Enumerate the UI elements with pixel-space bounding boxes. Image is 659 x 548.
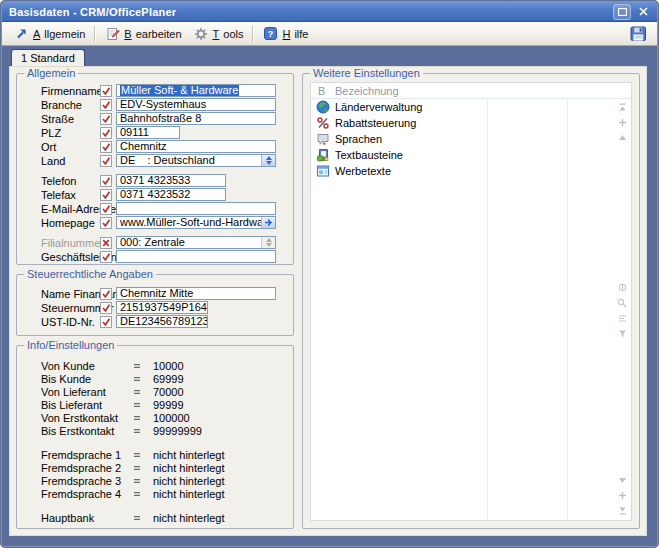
- dropdown-button[interactable]: [261, 155, 275, 166]
- sort-icon[interactable]: [618, 314, 627, 323]
- info-row-hauptbank: Hauptbanknicht hinterlegt: [41, 511, 287, 524]
- check-icon[interactable]: [100, 155, 112, 167]
- info-label: Bis Erstkontakt: [41, 425, 133, 437]
- info-row-fremdsprache-4: Fremdsprache 4nicht hinterlegt: [41, 487, 287, 500]
- scroll-last-icon[interactable]: [618, 506, 627, 515]
- check-icon[interactable]: [100, 203, 112, 215]
- telefax-input[interactable]: 0371 4323532: [116, 188, 226, 201]
- check-icon[interactable]: [100, 251, 112, 263]
- info-label: Fremdsprache 3: [41, 475, 133, 487]
- close-icon[interactable]: [636, 5, 650, 19]
- list-item-sprachen[interactable]: Sprachen: [311, 131, 631, 147]
- field-value: [117, 251, 275, 262]
- name-finanzamt-input[interactable]: Chemnitz Mitte: [116, 287, 276, 300]
- workspace: 1 Standard Allgemein FirmennameMüller So…: [2, 46, 657, 548]
- check-icon[interactable]: [100, 302, 112, 314]
- info-row-von-lieferant: Von Lieferant70000: [41, 385, 287, 398]
- check-icon[interactable]: [100, 141, 112, 153]
- check-icon[interactable]: [100, 127, 112, 139]
- scroll-add-icon[interactable]: [618, 491, 627, 500]
- info-value: 99999999: [153, 425, 202, 437]
- info-row-von-erstkontakt: Von Erstkontakt100000: [41, 411, 287, 424]
- menu-item-tools[interactable]: Tools: [188, 25, 250, 43]
- check-icon[interactable]: [100, 85, 112, 97]
- restore-icon[interactable]: [613, 4, 631, 20]
- window-title: Basisdaten - CRM/OfficePlaner: [9, 6, 608, 18]
- field-label: Branche: [41, 99, 100, 111]
- check-icon[interactable]: [100, 99, 112, 111]
- check-icon[interactable]: [100, 113, 112, 125]
- check-icon[interactable]: [100, 189, 112, 201]
- list-item-label: Textbausteine: [335, 149, 403, 161]
- info-label: Fremdsprache 4: [41, 488, 133, 500]
- filialnummer-select[interactable]: 000: Zentrale: [116, 236, 276, 249]
- menu-item-bearbeiten[interactable]: Bearbeiten: [99, 25, 187, 43]
- plz-input[interactable]: 09111: [116, 126, 180, 139]
- scroll-up-icon[interactable]: [618, 133, 627, 142]
- homepage-input[interactable]: www.Müller-Soft-und-Hardware.de: [116, 216, 276, 229]
- info-value: 70000: [153, 386, 184, 398]
- telefon-input[interactable]: 0371 4323533: [116, 174, 226, 187]
- list-item-werbetexte[interactable]: Werbetexte: [311, 163, 631, 179]
- cross-icon[interactable]: [100, 237, 112, 249]
- ort-input[interactable]: Chemnitz: [116, 140, 276, 153]
- e-mail-adresse-input[interactable]: [116, 202, 276, 215]
- check-icon[interactable]: [100, 316, 112, 328]
- field-row-telefon: Telefon0371 4323533: [41, 174, 287, 187]
- field-label: Steuernummer: [41, 302, 100, 314]
- info-row-fremdsprache-3: Fremdsprache 3nicht hinterlegt: [41, 474, 287, 487]
- menu-item-label: H: [282, 28, 290, 40]
- scroll-down-icon[interactable]: [618, 476, 627, 485]
- check-icon[interactable]: [100, 217, 112, 229]
- field-label: Telefon: [41, 175, 100, 187]
- land-select[interactable]: DE : Deutschland: [116, 154, 276, 167]
- filter-off-icon[interactable]: [618, 283, 627, 292]
- field-row-name-finanzamt: Name FinanzamtChemnitz Mitte: [41, 287, 287, 300]
- field-row-homepage: Homepagewww.Müller-Soft-und-Hardware.de: [41, 216, 287, 229]
- field-row-e-mail-adresse: E-Mail-Adresse: [41, 202, 287, 215]
- info-label: Von Kunde: [41, 360, 133, 372]
- filter-icon[interactable]: [618, 329, 627, 338]
- branche-input[interactable]: EDV-Systemhaus: [116, 98, 276, 111]
- field-value: [117, 203, 275, 214]
- equals-icon: [133, 427, 153, 435]
- field-row-strasse: StraßeBahnhofstraße 8: [41, 112, 287, 125]
- menu-item-allgemein[interactable]: Allgemein: [8, 25, 91, 43]
- field-value: Bahnhofstraße 8: [117, 113, 275, 124]
- list-item-landerverwaltung[interactable]: Länderverwaltung: [311, 99, 631, 115]
- group-title: Steuerrechtliche Angaben: [24, 268, 156, 280]
- field-value: Chemnitz Mitte: [117, 288, 275, 299]
- menu-item-hilfe[interactable]: ?Hilfe: [257, 25, 314, 43]
- column-header-bezeichnung[interactable]: Bezeichnung: [335, 85, 399, 97]
- info-label: Bis Lieferant: [41, 399, 133, 411]
- tab-standard[interactable]: 1 Standard: [11, 49, 85, 66]
- field-value: 09111: [117, 127, 179, 138]
- check-icon[interactable]: [100, 175, 112, 187]
- steuernummer-input[interactable]: 2151937549P1644: [116, 301, 208, 314]
- scroll-add-icon[interactable]: [618, 118, 627, 127]
- save-button[interactable]: [627, 24, 649, 43]
- list-tools: [617, 283, 627, 338]
- ust-id-nr-input[interactable]: DE123456789123: [116, 315, 208, 328]
- toolbar-divider: [94, 26, 96, 42]
- equals-icon: [133, 388, 153, 396]
- check-icon[interactable]: [100, 288, 112, 300]
- firmenname-input[interactable]: Müller Soft- & Hardware: [116, 84, 276, 97]
- menu-item-label: ilfe: [294, 28, 308, 40]
- app-window: Basisdaten - CRM/OfficePlaner AllgemeinB…: [0, 0, 659, 548]
- field-label: Telefax: [41, 189, 100, 201]
- list-item-textbausteine[interactable]: Textbausteine: [311, 147, 631, 163]
- open-link-button[interactable]: [261, 217, 275, 228]
- globe-icon: [311, 100, 335, 114]
- menu-item-label: llgemein: [44, 28, 85, 40]
- column-divider: [567, 99, 568, 519]
- info-row-fremdsprache-1: Fremdsprache 1nicht hinterlegt: [41, 448, 287, 461]
- list-item-rabattsteuerung[interactable]: Rabattsteuerung: [311, 115, 631, 131]
- scroll-first-icon[interactable]: [618, 103, 627, 112]
- search-icon[interactable]: [617, 298, 627, 308]
- up-arrow-icon: [266, 156, 272, 160]
- column-header-b[interactable]: B: [311, 85, 335, 97]
- strasse-input[interactable]: Bahnhofstraße 8: [116, 112, 276, 125]
- field-row-land: LandDE : Deutschland: [41, 154, 287, 167]
- geschaftsleitung-input[interactable]: [116, 250, 276, 263]
